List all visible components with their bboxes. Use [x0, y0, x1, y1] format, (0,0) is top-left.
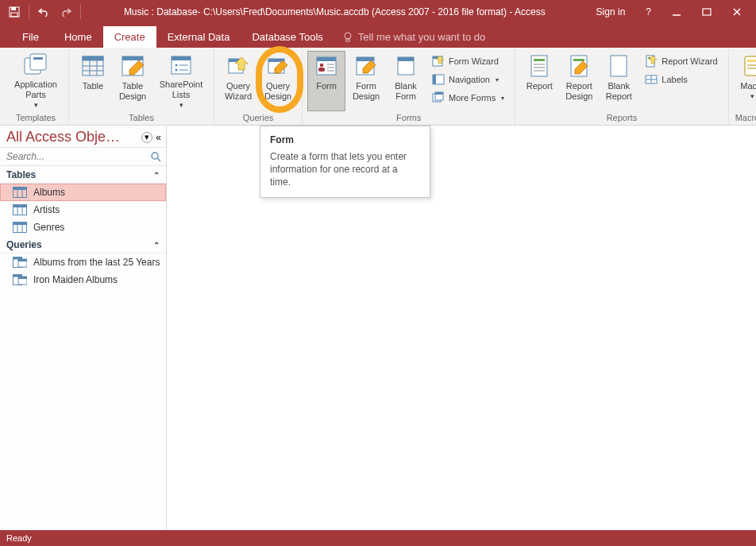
form-design-button[interactable]: Form Design: [347, 51, 385, 111]
blank-report-label: Blank Report: [606, 81, 632, 101]
tab-database-tools[interactable]: Database Tools: [241, 26, 334, 48]
svg-rect-9: [33, 57, 43, 60]
svg-rect-52: [573, 59, 584, 61]
nav-item-artists[interactable]: Artists: [0, 201, 166, 219]
table-icon: [80, 53, 106, 79]
sharepoint-lists-button[interactable]: SharePoint Lists ▾: [153, 51, 209, 111]
nav-item-query-ironmaiden[interactable]: Iron Maiden Albums: [0, 271, 166, 288]
svg-point-20: [176, 64, 178, 67]
svg-rect-45: [435, 92, 443, 95]
search-icon[interactable]: [148, 149, 163, 164]
nav-item-query-last25[interactable]: Albums from the last 25 Years: [0, 254, 166, 271]
navigation-label: Navigation: [449, 75, 490, 84]
application-parts-button[interactable]: Application Parts ▾: [8, 51, 64, 111]
redo-icon[interactable]: [56, 2, 75, 21]
group-reports-label: Reports: [607, 111, 638, 126]
nav-item-label: Genres: [33, 222, 64, 233]
tell-me-search[interactable]: Tell me what you want to do: [334, 26, 493, 48]
more-forms-label: More Forms: [449, 93, 496, 103]
navigation-icon: [432, 73, 445, 86]
group-templates-label: Templates: [16, 111, 56, 126]
navigation-pane: All Access Obje… ▾ « Tables ⌃ Albums Art…: [0, 126, 167, 530]
close-icon[interactable]: [729, 6, 745, 18]
table-object-icon: [13, 187, 27, 198]
form-wizard-button[interactable]: Form Wizard: [426, 52, 510, 70]
nav-item-genres[interactable]: Genres: [0, 219, 166, 236]
group-tables-label: Tables: [129, 111, 154, 126]
group-queries: Query Wizard Query Design Queries: [214, 49, 303, 125]
blank-report-icon: [606, 53, 631, 79]
labels-button[interactable]: Labels: [639, 71, 723, 88]
more-forms-button[interactable]: More Forms ▾: [426, 89, 510, 106]
labels-icon: [645, 73, 658, 86]
navigation-button[interactable]: Navigation ▾: [426, 71, 510, 88]
svg-rect-31: [318, 68, 325, 72]
svg-rect-6: [346, 39, 349, 41]
save-icon[interactable]: [5, 2, 24, 21]
undo-icon[interactable]: [34, 2, 53, 21]
report-wizard-icon: [645, 55, 658, 68]
sharepoint-lists-label: SharePoint Lists: [160, 79, 202, 99]
form-wizard-icon: [432, 55, 445, 68]
blank-form-button[interactable]: Blank Form: [387, 51, 425, 111]
blank-form-icon: [393, 53, 418, 79]
svg-point-5: [345, 33, 351, 39]
blank-report-button[interactable]: Blank Report: [600, 51, 638, 111]
sign-in-link[interactable]: Sign in: [593, 5, 629, 19]
collapse-icon: ⌃: [153, 171, 160, 180]
blank-form-label: Blank Form: [395, 81, 417, 101]
form-icon: [314, 53, 339, 79]
tab-create[interactable]: Create: [103, 26, 156, 48]
form-wizard-label: Form Wizard: [449, 56, 499, 66]
form-button[interactable]: Form: [307, 51, 345, 111]
window-title: Music : Database- C:\Users\Fred\Document…: [87, 6, 582, 17]
nav-group-tables[interactable]: Tables ⌃: [0, 166, 166, 184]
ribbon: Application Parts ▾ Templates Table Tabl…: [0, 48, 756, 126]
svg-line-71: [157, 158, 160, 161]
bulb-icon: [342, 32, 353, 43]
table-label: Table: [83, 81, 103, 91]
query-wizard-button[interactable]: Query Wizard: [219, 51, 257, 111]
report-wizard-button[interactable]: Report Wizard: [639, 52, 723, 70]
chevron-down-icon: ▾: [501, 95, 504, 102]
query-design-icon: [265, 53, 291, 79]
table-button[interactable]: Table: [74, 51, 112, 111]
tab-file[interactable]: File: [8, 26, 53, 48]
search-input[interactable]: [6, 151, 148, 162]
nav-item-label: Albums: [33, 187, 65, 198]
nav-group-queries-label: Queries: [6, 239, 42, 250]
application-parts-label: Application Parts: [14, 79, 57, 99]
tab-external-data[interactable]: External Data: [156, 26, 241, 48]
shutter-bar-icon[interactable]: «: [156, 132, 161, 143]
form-design-label: Form Design: [353, 81, 380, 101]
help-icon[interactable]: ?: [642, 5, 654, 19]
sharepoint-lists-icon: [168, 53, 194, 77]
nav-dropdown-icon[interactable]: ▾: [141, 132, 152, 143]
nav-group-tables-label: Tables: [6, 169, 36, 180]
table-design-button[interactable]: Table Design: [114, 51, 152, 111]
report-label: Report: [526, 81, 553, 91]
svg-rect-1: [11, 7, 16, 10]
svg-point-30: [320, 64, 324, 68]
report-design-button[interactable]: Report Design: [560, 51, 598, 111]
nav-item-albums[interactable]: Albums: [0, 184, 166, 201]
svg-rect-17: [122, 56, 143, 60]
report-button[interactable]: Report: [520, 51, 558, 111]
tooltip-title: Form: [270, 134, 420, 145]
ribbon-tabs: File Home Create External Data Database …: [0, 24, 756, 48]
nav-pane-header[interactable]: All Access Obje… ▾ «: [0, 126, 166, 148]
nav-group-queries[interactable]: Queries ⌃: [0, 236, 166, 254]
form-design-icon: [353, 53, 379, 79]
report-icon: [526, 53, 552, 79]
maximize-icon[interactable]: [699, 6, 715, 18]
svg-rect-91: [18, 277, 27, 279]
tab-home[interactable]: Home: [53, 26, 103, 48]
macro-button[interactable]: Macro ▾: [734, 51, 756, 111]
query-design-button[interactable]: Query Design: [259, 51, 297, 111]
minimize-icon[interactable]: [669, 6, 685, 18]
table-design-label: Table Design: [119, 81, 146, 101]
application-parts-icon: [23, 53, 48, 77]
svg-rect-87: [18, 259, 27, 261]
labels-label: Labels: [662, 75, 687, 84]
query-object-icon: [13, 257, 27, 268]
